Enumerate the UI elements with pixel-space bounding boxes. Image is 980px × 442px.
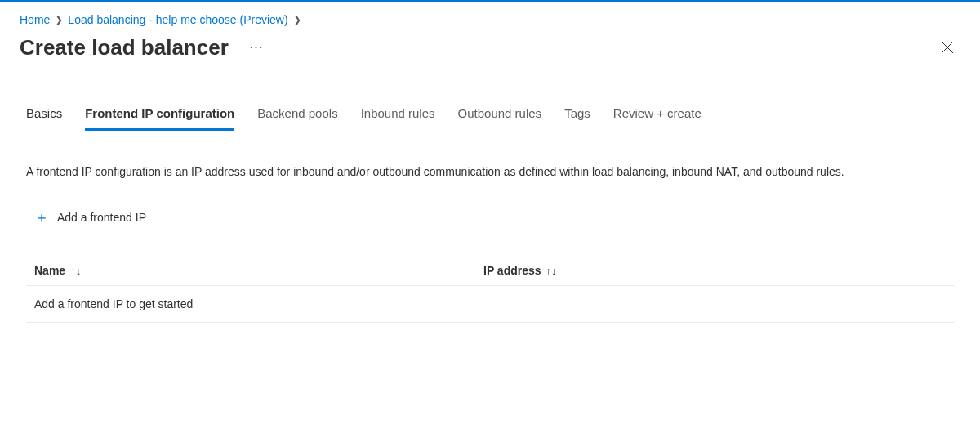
column-header-ip-label: IP address xyxy=(483,264,541,277)
tabs: Basics Frontend IP configuration Backend… xyxy=(20,106,960,131)
table-empty-message: Add a frontend IP to get started xyxy=(34,297,483,310)
description-text: A frontend IP configuration is an IP add… xyxy=(26,163,954,181)
sort-icon: ↑↓ xyxy=(70,266,81,276)
add-frontend-ip-label: Add a frontend IP xyxy=(57,211,146,224)
page-title: Create load balancer xyxy=(20,35,229,60)
breadcrumb-load-balancing[interactable]: Load balancing - help me choose (Preview… xyxy=(68,13,287,26)
tab-basics[interactable]: Basics xyxy=(26,106,62,131)
close-icon xyxy=(941,41,954,54)
tab-backend-pools[interactable]: Backend pools xyxy=(257,106,337,131)
column-header-name-label: Name xyxy=(34,264,65,277)
close-button[interactable] xyxy=(934,34,960,60)
add-frontend-ip-button[interactable]: ＋ Add a frontend IP xyxy=(34,205,146,230)
breadcrumb-home[interactable]: Home xyxy=(20,13,50,26)
tab-frontend-ip-configuration[interactable]: Frontend IP configuration xyxy=(85,106,234,131)
more-actions-button[interactable]: ··· xyxy=(243,37,270,58)
plus-icon: ＋ xyxy=(34,210,49,225)
tab-outbound-rules[interactable]: Outbound rules xyxy=(458,106,542,131)
chevron-right-icon: ❯ xyxy=(55,14,63,25)
sort-icon: ↑↓ xyxy=(546,266,557,276)
more-horizontal-icon: ··· xyxy=(250,40,263,54)
column-header-ip-address[interactable]: IP address ↑↓ xyxy=(483,264,954,277)
frontend-ip-table: Name ↑↓ IP address ↑↓ Add a frontend IP … xyxy=(26,257,954,323)
breadcrumb: Home ❯ Load balancing - help me choose (… xyxy=(20,13,960,26)
table-empty-row: Add a frontend IP to get started xyxy=(26,286,954,323)
tab-review-create[interactable]: Review + create xyxy=(613,106,702,131)
column-header-name[interactable]: Name ↑↓ xyxy=(34,264,483,277)
tab-tags[interactable]: Tags xyxy=(564,106,590,131)
tab-inbound-rules[interactable]: Inbound rules xyxy=(361,106,435,131)
chevron-right-icon: ❯ xyxy=(293,14,301,25)
